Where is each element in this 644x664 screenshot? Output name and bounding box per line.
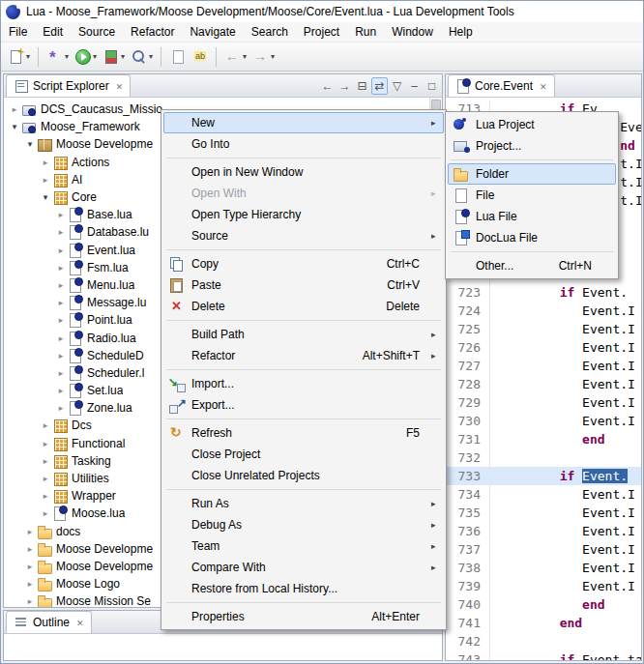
menu-item-run-as[interactable]: Run As▸ xyxy=(163,493,444,514)
submenu-item-doclua-file[interactable]: DocLua File xyxy=(448,227,616,248)
expand-arrow-icon[interactable]: ▸ xyxy=(54,245,68,255)
code-line[interactable]: 725 Event.I xyxy=(446,320,641,338)
code-line[interactable]: 736 Event.I xyxy=(446,522,641,540)
code-line[interactable]: 734 Event.I xyxy=(446,485,641,504)
menubar-item-help[interactable]: Help xyxy=(441,22,481,43)
code-line[interactable]: 738 Event.I xyxy=(446,559,641,577)
expand-arrow-icon[interactable]: ▸ xyxy=(23,596,37,606)
collapse-arrow-icon[interactable]: ▾ xyxy=(39,192,52,202)
menu-item-properties[interactable]: PropertiesAlt+Enter xyxy=(163,606,444,627)
code-line[interactable]: 737 Event.I xyxy=(446,540,641,559)
expand-arrow-icon[interactable]: ▸ xyxy=(23,544,37,554)
menu-item-open-in-new-window[interactable]: Open in New Window xyxy=(163,161,444,183)
collapse-arrow-icon[interactable]: ▾ xyxy=(23,139,37,149)
code-line[interactable]: 735 Event.I xyxy=(446,504,641,522)
menu-item-debug-as[interactable]: Debug As▸ xyxy=(163,514,444,535)
menubar-item-file[interactable]: File xyxy=(1,22,35,43)
submenu-item-lua-project[interactable]: Lua Project xyxy=(448,114,616,135)
code-line[interactable]: 732 xyxy=(446,448,641,467)
minimize-icon[interactable]: – xyxy=(406,77,423,95)
code-line[interactable]: 730 Event.I xyxy=(446,412,641,430)
menubar-item-refactor[interactable]: Refactor xyxy=(123,22,182,43)
expand-arrow-icon[interactable]: ▸ xyxy=(39,175,52,185)
document-button[interactable] xyxy=(167,45,188,69)
search-button[interactable]: ▾ xyxy=(129,45,155,69)
submenu-item-other[interactable]: Other...Ctrl+N xyxy=(448,255,616,276)
tab-core-event[interactable]: Core.Event xyxy=(448,74,555,97)
menu-item-team[interactable]: Team▸ xyxy=(163,535,444,557)
menu-item-refresh[interactable]: RefreshF5 xyxy=(163,422,444,444)
submenu-item-folder[interactable]: Folder xyxy=(448,163,616,185)
run-button[interactable]: ▾ xyxy=(73,45,99,69)
close-icon[interactable] xyxy=(113,79,124,93)
code-line[interactable]: 728 Event.I xyxy=(446,375,641,393)
submenu-item-file[interactable]: File xyxy=(448,185,616,206)
expand-arrow-icon[interactable]: ▸ xyxy=(54,403,68,413)
expand-arrow-icon[interactable]: ▸ xyxy=(8,104,21,114)
collapse-arrow-icon[interactable]: ▾ xyxy=(8,122,21,131)
close-icon[interactable] xyxy=(73,616,84,629)
expand-arrow-icon[interactable]: ▸ xyxy=(39,491,52,501)
dropdown-arrow-icon[interactable]: ▾ xyxy=(65,52,69,61)
back-button[interactable]: ▾ xyxy=(222,45,249,69)
tab-script-explorer[interactable]: Script Explorer xyxy=(6,74,131,97)
code-line[interactable]: 742 xyxy=(446,632,641,650)
new-button[interactable]: ▾ xyxy=(6,45,32,69)
collapse-all-icon[interactable]: ⊟ xyxy=(354,77,370,95)
expand-arrow-icon[interactable]: ▸ xyxy=(54,368,68,378)
expand-arrow-icon[interactable]: ▸ xyxy=(54,263,68,273)
code-line[interactable]: 727 Event.I xyxy=(446,357,641,375)
code-line[interactable]: 724 Event.I xyxy=(446,302,641,320)
expand-arrow-icon[interactable]: ▸ xyxy=(54,210,68,219)
expand-arrow-icon[interactable]: ▸ xyxy=(39,439,52,448)
expand-arrow-icon[interactable]: ▸ xyxy=(54,351,68,361)
expand-arrow-icon[interactable]: ▸ xyxy=(54,333,68,343)
expand-arrow-icon[interactable]: ▸ xyxy=(54,298,68,307)
submenu-item-project[interactable]: Project... xyxy=(448,135,616,157)
dropdown-arrow-icon[interactable]: ▾ xyxy=(149,52,153,61)
code-line[interactable]: 723 if Event. xyxy=(446,283,641,302)
expand-arrow-icon[interactable]: ▸ xyxy=(23,562,37,571)
view-menu-icon[interactable]: ▽ xyxy=(389,77,405,95)
expand-arrow-icon[interactable]: ▸ xyxy=(23,527,37,536)
expand-arrow-icon[interactable]: ▸ xyxy=(23,579,37,589)
menu-item-export[interactable]: Export... xyxy=(163,394,444,416)
forward-icon[interactable]: → xyxy=(337,77,353,95)
menu-item-close-unrelated-projects[interactable]: Close Unrelated Projects xyxy=(163,465,444,486)
expand-arrow-icon[interactable]: ▸ xyxy=(39,456,52,466)
menu-item-refactor[interactable]: RefactorAlt+Shift+T▸ xyxy=(163,345,444,366)
menubar-item-search[interactable]: Search xyxy=(244,22,296,43)
expand-arrow-icon[interactable]: ▸ xyxy=(39,420,52,430)
menu-item-source[interactable]: Source▸ xyxy=(163,225,444,246)
dropdown-arrow-icon[interactable]: ▾ xyxy=(121,52,125,61)
expand-arrow-icon[interactable]: ▸ xyxy=(39,158,52,167)
menubar-item-navigate[interactable]: Navigate xyxy=(182,22,243,43)
code-line[interactable]: 726 Event.I xyxy=(446,338,641,357)
expand-arrow-icon[interactable]: ▸ xyxy=(54,280,68,290)
expand-arrow-icon[interactable]: ▸ xyxy=(39,508,52,518)
menu-item-new[interactable]: New▸ xyxy=(163,112,444,133)
menu-item-restore-from-local-history[interactable]: Restore from Local History... xyxy=(163,578,444,599)
link-with-editor-icon[interactable]: ⇄ xyxy=(371,77,388,95)
code-line[interactable]: 739 Event.I xyxy=(446,577,641,595)
expand-arrow-icon[interactable]: ▸ xyxy=(54,227,68,237)
dropdown-arrow-icon[interactable]: ▾ xyxy=(271,52,275,61)
back-icon[interactable]: ← xyxy=(319,77,336,95)
menu-item-compare-with[interactable]: Compare With▸ xyxy=(163,557,444,578)
code-line[interactable]: 731 end xyxy=(446,430,641,448)
dropdown-arrow-icon[interactable]: ▾ xyxy=(243,52,247,61)
menu-item-close-project[interactable]: Close Project xyxy=(163,444,444,465)
menu-item-build-path[interactable]: Build Path▸ xyxy=(163,324,444,345)
run-wizard-button[interactable]: ▾ xyxy=(44,45,71,69)
menubar-item-window[interactable]: Window xyxy=(384,22,441,43)
menu-item-delete[interactable]: DeleteDelete xyxy=(163,296,444,317)
code-line[interactable]: 741 end xyxy=(446,614,641,632)
code-line[interactable]: 729 Event.I xyxy=(446,393,641,412)
menu-item-open-type-hierarchy[interactable]: Open Type Hierarchy xyxy=(163,204,444,225)
dropdown-arrow-icon[interactable]: ▾ xyxy=(93,52,97,61)
maximize-icon[interactable]: □ xyxy=(424,77,440,95)
menu-item-copy[interactable]: CopyCtrl+C xyxy=(163,253,444,274)
tab-outline[interactable]: Outline xyxy=(6,611,92,633)
expand-arrow-icon[interactable]: ▸ xyxy=(54,315,68,325)
code-line[interactable]: 743 if Event.ta xyxy=(446,650,641,661)
